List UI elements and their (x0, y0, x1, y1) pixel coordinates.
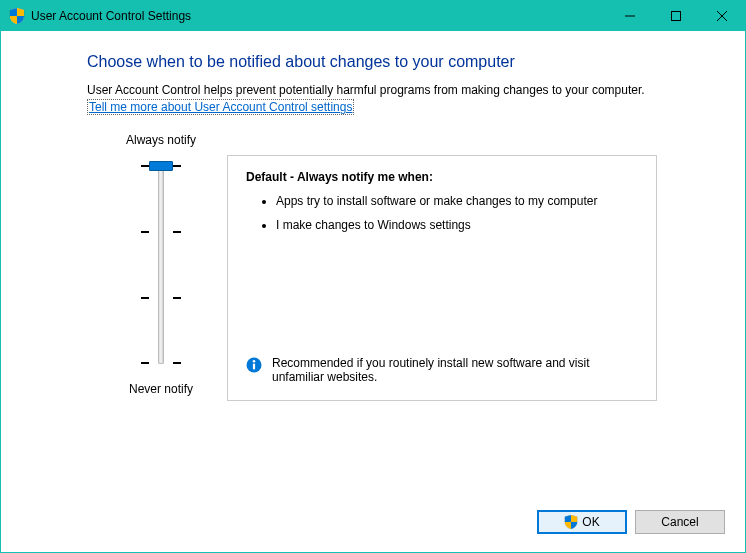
svg-rect-0 (672, 12, 681, 21)
recommendation-row: Recommended if you routinely install new… (246, 356, 638, 384)
ok-button-label: OK (582, 515, 599, 529)
intro-text: User Account Control helps prevent poten… (87, 83, 745, 97)
close-icon (717, 11, 727, 21)
notification-slider[interactable] (131, 157, 191, 372)
maximize-button[interactable] (653, 1, 699, 31)
description-bullet: Apps try to install software or make cha… (276, 194, 638, 208)
recommendation-text: Recommended if you routinely install new… (272, 356, 638, 384)
titlebar: User Account Control Settings (1, 1, 745, 31)
minimize-button[interactable] (607, 1, 653, 31)
slider-tick (141, 297, 149, 299)
description-bullets: Apps try to install software or make cha… (246, 194, 638, 232)
slider-tick (173, 297, 181, 299)
close-button[interactable] (699, 1, 745, 31)
cancel-button[interactable]: Cancel (635, 510, 725, 534)
uac-shield-icon (564, 515, 578, 529)
page-heading: Choose when to be notified about changes… (87, 53, 745, 71)
description-title: Default - Always notify me when: (246, 170, 638, 184)
slider-tick (173, 362, 181, 364)
slider-bottom-label: Never notify (129, 382, 193, 396)
description-panel: Default - Always notify me when: Apps tr… (227, 155, 657, 401)
slider-tick (141, 231, 149, 233)
description-bullet: I make changes to Windows settings (276, 218, 638, 232)
window-title: User Account Control Settings (31, 9, 191, 23)
svg-rect-3 (253, 364, 255, 370)
cancel-button-label: Cancel (661, 515, 698, 529)
help-link[interactable]: Tell me more about User Account Control … (87, 99, 354, 115)
minimize-icon (625, 11, 635, 21)
slider-tick (141, 165, 149, 167)
slider-column: Always notify Never notify (101, 133, 221, 396)
info-icon (246, 357, 262, 373)
body-row: Always notify Never notify Def (101, 133, 745, 401)
button-row: OK Cancel (537, 510, 725, 534)
ok-button[interactable]: OK (537, 510, 627, 534)
slider-tick (141, 362, 149, 364)
maximize-icon (671, 11, 681, 21)
slider-top-label: Always notify (126, 133, 196, 147)
slider-tick (173, 231, 181, 233)
slider-tick (173, 165, 181, 167)
uac-shield-icon (9, 8, 25, 24)
slider-thumb[interactable] (149, 161, 173, 171)
content-area: Choose when to be notified about changes… (1, 31, 745, 552)
slider-track (158, 165, 164, 364)
window: User Account Control Settings Choose whe… (0, 0, 746, 553)
svg-point-2 (253, 360, 256, 363)
